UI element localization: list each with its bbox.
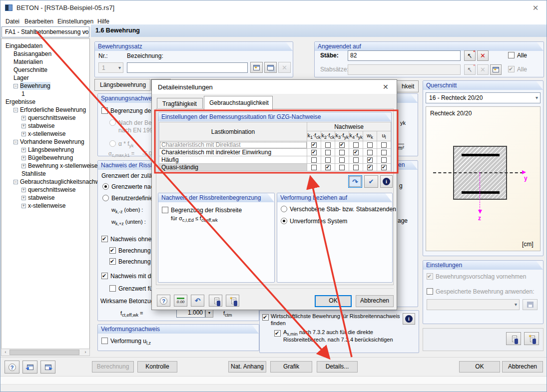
check-r3c2[interactable] — [339, 165, 345, 170]
info-button[interactable]: i — [403, 313, 415, 325]
check-r1c2[interactable] — [339, 150, 345, 155]
abbrechen-button[interactable]: Abbrechen — [502, 361, 543, 373]
tree-item-querschnitte[interactable]: Querschnitte — [2, 66, 88, 74]
check-r0c2[interactable] — [339, 142, 345, 148]
tree-item-stabweise[interactable]: +stabweise — [2, 194, 88, 202]
grenzwerte-norm-radio[interactable] — [102, 183, 109, 190]
clear-staebe-button[interactable]: ✕ — [477, 50, 489, 61]
tree-item-basisangaben[interactable]: Basisangaben — [2, 50, 88, 58]
row-label-3[interactable]: Quasi-ständig — [159, 164, 307, 171]
new-set-button[interactable]: ✶ — [250, 62, 263, 73]
undo-button[interactable]: ↶ — [191, 295, 204, 307]
bezeichnung-input[interactable] — [127, 62, 248, 73]
plus-expander-icon[interactable]: + — [21, 132, 26, 136]
minus-expander-icon[interactable]: − — [13, 180, 18, 184]
minus-expander-icon[interactable]: − — [13, 140, 18, 144]
wirtschaftlich-checkbox[interactable] — [262, 314, 269, 321]
tree-item-gebrauchstauglichkeitsnachwei[interactable]: −Gebrauchstauglichkeitsnachwei — [2, 178, 88, 186]
set-default-button[interactable]: ✔ — [364, 175, 378, 188]
minus-expander-icon[interactable]: − — [13, 108, 18, 112]
tree-item-stabweise[interactable]: +stabweise — [2, 122, 88, 130]
tree-horizontal-scrollbar[interactable]: ‹ › — [1, 349, 90, 356]
check-r2c4[interactable] — [367, 157, 373, 163]
minus-expander-icon[interactable]: − — [13, 84, 18, 88]
plus-expander-icon[interactable]: + — [21, 148, 26, 152]
check-r3c1[interactable] — [325, 165, 331, 170]
modal-info-button[interactable]: i — [380, 175, 393, 188]
next-module-button[interactable]: ► — [40, 361, 55, 374]
plus-expander-icon[interactable]: + — [21, 204, 26, 208]
delete-set-button[interactable]: ✕ — [278, 62, 291, 73]
menu-bearbeiten[interactable]: Bearbeiten — [22, 17, 55, 26]
tab-laengsbewehrung[interactable]: Längsbewehrung — [94, 79, 150, 91]
berechnung1-checkbox[interactable] — [109, 247, 116, 254]
check-r1c3[interactable] — [353, 150, 359, 155]
modal-paste-button[interactable] — [209, 295, 222, 307]
design-case-dropdown[interactable]: FA1 - Stahlbetonbemessung vo ▾ — [1, 26, 89, 37]
unverformt-radio[interactable] — [281, 218, 287, 224]
gespeicherte-checkbox[interactable] — [427, 288, 433, 295]
paste-settings-button[interactable] — [506, 332, 521, 345]
tree-item-1[interactable]: 1 — [2, 90, 88, 98]
check-r3c3[interactable] — [353, 165, 359, 170]
tree-item-lager[interactable]: Lager — [2, 74, 88, 82]
ok-button[interactable]: OK — [459, 361, 500, 373]
check-r2c0[interactable] — [311, 157, 317, 163]
rissbreite-checkbox[interactable] — [162, 207, 168, 213]
plus-expander-icon[interactable]: + — [21, 196, 26, 200]
tab-gebrauchstauglichkeit-fragment[interactable]: hkeit — [397, 80, 419, 92]
check-r1c0[interactable] — [311, 150, 317, 155]
check-r3c0[interactable] — [311, 165, 317, 170]
modal-help-button[interactable]: ? — [157, 295, 170, 307]
copy-set-button[interactable] — [264, 62, 277, 73]
tree-item-bewehrung-x-stellenweise[interactable]: +Bewehrung x-stellenweise — [2, 162, 88, 170]
reset-values-button[interactable]: 0.00 — [174, 295, 187, 307]
begrenzung-checkbox[interactable] — [101, 107, 108, 114]
plus-expander-icon[interactable]: + — [21, 164, 26, 168]
verformung-checkbox[interactable] — [101, 338, 108, 344]
tree-item-bewehrung[interactable]: −Bewehrung — [2, 82, 88, 90]
check-r0c4[interactable] — [367, 142, 373, 148]
nachweis-ohne-checkbox[interactable] — [101, 236, 108, 242]
plus-expander-icon[interactable]: + — [21, 188, 26, 192]
apply-to-all-button[interactable]: ↷ — [348, 175, 362, 188]
tree-item-stahlliste[interactable]: Stahlliste — [2, 170, 88, 178]
row-label-1[interactable]: Charakteristisch mit indirekter Einwirku… — [159, 149, 307, 156]
tree-item-querschnittsweise[interactable]: +querschnittsweise — [2, 114, 88, 122]
nat-anhang-button[interactable]: Nat. Anhang — [228, 361, 266, 373]
benutzerdefiniert-radio[interactable] — [102, 195, 109, 201]
check-r0c3[interactable] — [353, 142, 359, 148]
menu-datei[interactable]: Datei — [3, 17, 21, 26]
close-icon[interactable]: ✕ — [529, 3, 542, 13]
previous-module-button[interactable]: ◄ — [22, 361, 37, 374]
staebe-input[interactable]: 82 — [348, 50, 461, 61]
check-r1c4[interactable] — [367, 150, 373, 155]
plus-expander-icon[interactable]: + — [21, 124, 26, 128]
tree-item-x-stellenweise[interactable]: +x-stellenweise — [2, 130, 88, 138]
tree-item-bügelbewehrung[interactable]: +Bügelbewehrung — [2, 154, 88, 162]
row-label-2[interactable]: Häufig — [159, 156, 307, 164]
nr-dropdown[interactable]: 1 ▾ — [98, 62, 123, 73]
check-r2c3[interactable] — [353, 157, 359, 163]
menu-einstellungen[interactable]: Einstellungen — [55, 17, 95, 26]
modal-tab-gebrauchstauglichkeit[interactable]: Gebrauchstauglichkeit — [204, 96, 273, 110]
querschnitt-dropdown[interactable]: 16 - Rechteck 20/20 ▾ — [426, 92, 541, 103]
plus-expander-icon[interactable]: + — [21, 156, 26, 160]
new-stabsatz-button[interactable]: ✶ — [490, 64, 502, 75]
verschobene-radio[interactable] — [281, 206, 287, 212]
asmin-checkbox[interactable] — [274, 330, 281, 337]
details-button[interactable]: Details... — [317, 361, 358, 373]
plus-expander-icon[interactable]: + — [21, 116, 26, 120]
tree-item-vorhandene-bewehrung[interactable]: −Vorhandene Bewehrung — [2, 138, 88, 146]
scrollbar-thumb[interactable] — [9, 350, 79, 355]
copy-settings-button[interactable]: ✶ — [524, 332, 539, 345]
modal-cancel-button[interactable]: Abbrechen — [356, 295, 394, 307]
tree-item-materialien[interactable]: Materialien — [2, 58, 88, 66]
help-button[interactable]: ? — [4, 361, 19, 374]
tree-item-ergebnisse[interactable]: Ergebnisse — [2, 98, 88, 106]
berechnung2-checkbox[interactable] — [109, 258, 116, 265]
modal-ok-button[interactable]: OK — [315, 295, 352, 307]
alle-staebe-checkbox[interactable] — [508, 52, 515, 58]
modal-close-icon[interactable]: ✕ — [383, 83, 389, 91]
tree-item-eingabedaten[interactable]: Eingabedaten — [2, 42, 88, 50]
